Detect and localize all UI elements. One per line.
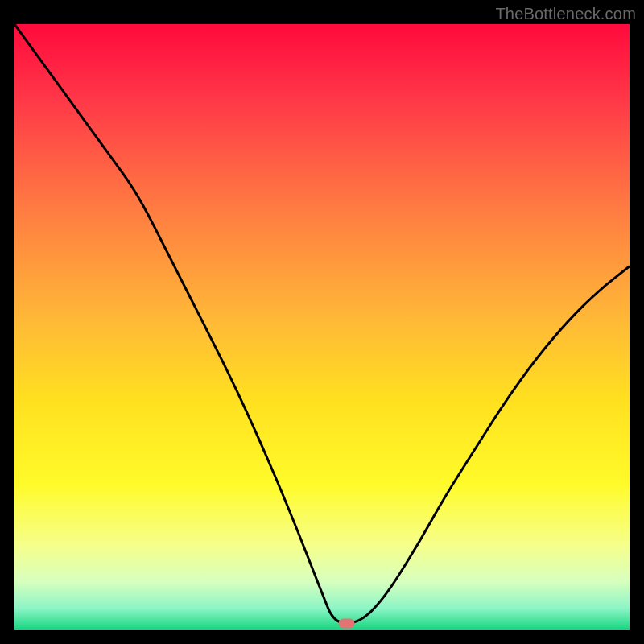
plot-area — [14, 24, 630, 630]
gradient-background — [14, 24, 630, 630]
watermark-text: TheBottleneck.com — [495, 5, 636, 23]
optimal-point-marker — [339, 618, 355, 628]
plot-svg — [14, 24, 630, 630]
bottleneck-chart: TheBottleneck.com — [0, 0, 644, 644]
